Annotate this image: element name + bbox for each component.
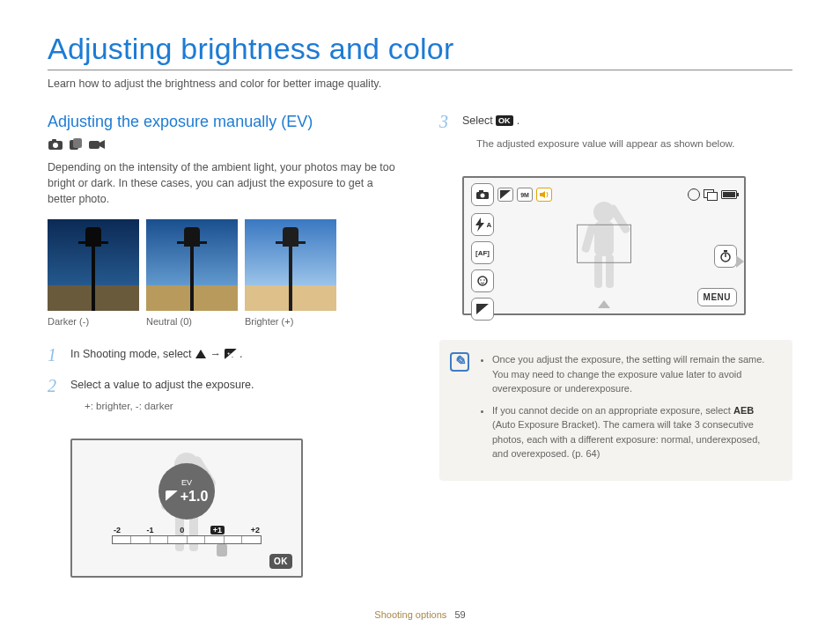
result-lcd-illustration: 9M A [AF] bbox=[462, 176, 746, 315]
face-detect-button bbox=[471, 269, 494, 292]
ev-bubble-value: +1.0 bbox=[181, 489, 209, 505]
thumb-neutral bbox=[146, 219, 238, 311]
step-2-number: 2 bbox=[48, 377, 60, 426]
step-1: 1 In Shooting mode, select → +- . bbox=[48, 346, 401, 365]
step-1-text: In Shooting mode, select → +- . bbox=[70, 346, 243, 365]
tick-m2: -2 bbox=[114, 526, 121, 534]
ev-paragraph: Depending on the intensity of the ambien… bbox=[48, 159, 401, 207]
size-indicator-icon: 9M bbox=[517, 188, 533, 202]
thumb-labels: Darker (-) Neutral (0) Brighter (+) bbox=[48, 316, 401, 327]
audio-indicator-icon bbox=[536, 188, 552, 202]
note-bullet-2: If you cannot decide on an appropriate e… bbox=[492, 403, 778, 461]
svg-rect-1 bbox=[52, 139, 56, 142]
step-2-text: Select a value to adjust the exposure. +… bbox=[70, 377, 254, 426]
af-frame bbox=[577, 225, 631, 263]
mode-icons-row bbox=[48, 138, 401, 151]
label-darker: Darker (-) bbox=[48, 316, 139, 327]
page-title: Adjusting brightness and color bbox=[48, 32, 792, 66]
up-triangle-icon bbox=[195, 348, 207, 365]
ok-icon: OK bbox=[496, 114, 513, 131]
dual-mode-icon bbox=[69, 138, 83, 151]
label-brighter: Brighter (+) bbox=[245, 316, 336, 327]
tick-0: 0 bbox=[180, 526, 184, 534]
tick-p2: +2 bbox=[251, 526, 260, 534]
svg-rect-27 bbox=[724, 250, 727, 252]
footer-section: Shooting options bbox=[374, 609, 446, 620]
ev-button bbox=[471, 298, 494, 321]
svg-point-24 bbox=[483, 279, 485, 281]
timer-button bbox=[714, 245, 737, 268]
step-3: 3 Select OK . The adjusted exposure valu… bbox=[439, 113, 792, 164]
step-2-sub: +: brighter, -: darker bbox=[85, 399, 254, 414]
cards-icon bbox=[704, 189, 718, 200]
page-footer: Shooting options 59 bbox=[0, 609, 840, 620]
smile-icon bbox=[688, 188, 700, 201]
af-button: [AF] bbox=[471, 241, 494, 264]
svg-rect-19 bbox=[479, 190, 483, 193]
example-thumbnails bbox=[48, 219, 401, 311]
note-bullet-1: Once you adjust the exposure, the settin… bbox=[492, 352, 778, 396]
right-column: 3 Select OK . The adjusted exposure valu… bbox=[439, 113, 792, 578]
svg-rect-5 bbox=[89, 141, 99, 149]
svg-point-20 bbox=[481, 194, 485, 198]
section-title-ev: Adjusting the exposure manually (EV) bbox=[48, 113, 401, 131]
ev-adjust-icon: +- bbox=[225, 348, 237, 365]
svg-text:+: + bbox=[227, 350, 231, 356]
page-intro: Learn how to adjust the brightness and c… bbox=[48, 77, 792, 90]
label-neutral: Neutral (0) bbox=[146, 316, 238, 327]
note-box: ✎ Once you adjust the exposure, the sett… bbox=[439, 340, 792, 481]
nav-up-icon bbox=[598, 300, 610, 308]
svg-point-23 bbox=[480, 279, 482, 281]
ev-adjust-icon-small bbox=[166, 490, 178, 503]
title-rule bbox=[48, 70, 792, 70]
ev-ruler: -2 -1 0 +1 +2 bbox=[112, 526, 262, 544]
note-icon: ✎ bbox=[450, 352, 469, 372]
battery-icon bbox=[721, 190, 737, 199]
step-3-text: Select OK . The adjusted exposure value … bbox=[462, 113, 734, 164]
left-column: Adjusting the exposure manually (EV) Dep… bbox=[48, 113, 401, 578]
flash-button: A bbox=[471, 213, 494, 236]
camera-mode-icon bbox=[48, 138, 63, 151]
thumb-brighter bbox=[245, 219, 336, 311]
footer-page-number: 59 bbox=[454, 609, 465, 620]
ev-indicator-icon bbox=[497, 188, 513, 202]
ev-bubble: EV +1.0 bbox=[158, 463, 215, 520]
video-mode-icon bbox=[88, 138, 106, 151]
shooting-mode-button bbox=[471, 183, 494, 206]
nav-right-icon bbox=[736, 255, 744, 268]
menu-button: MENU bbox=[697, 288, 737, 306]
tick-p1-selected: +1 bbox=[210, 526, 225, 534]
step-3-number: 3 bbox=[439, 113, 452, 164]
svg-text:OK: OK bbox=[498, 116, 511, 125]
svg-point-2 bbox=[53, 143, 58, 148]
step-1-number: 1 bbox=[48, 346, 60, 365]
ruler-knob bbox=[217, 544, 227, 557]
svg-rect-4 bbox=[73, 138, 82, 148]
thumb-darker bbox=[48, 219, 139, 311]
ev-lcd-illustration: EV +1.0 -2 -1 0 +1 +2 bbox=[70, 439, 303, 578]
step-2: 2 Select a value to adjust the exposure.… bbox=[48, 377, 401, 426]
ev-bubble-label: EV bbox=[181, 478, 192, 487]
tick-m1: -1 bbox=[147, 526, 154, 534]
ok-button: OK bbox=[269, 554, 292, 569]
step-3-sub: The adjusted exposure value will appear … bbox=[476, 136, 734, 151]
svg-text:-: - bbox=[232, 354, 233, 359]
